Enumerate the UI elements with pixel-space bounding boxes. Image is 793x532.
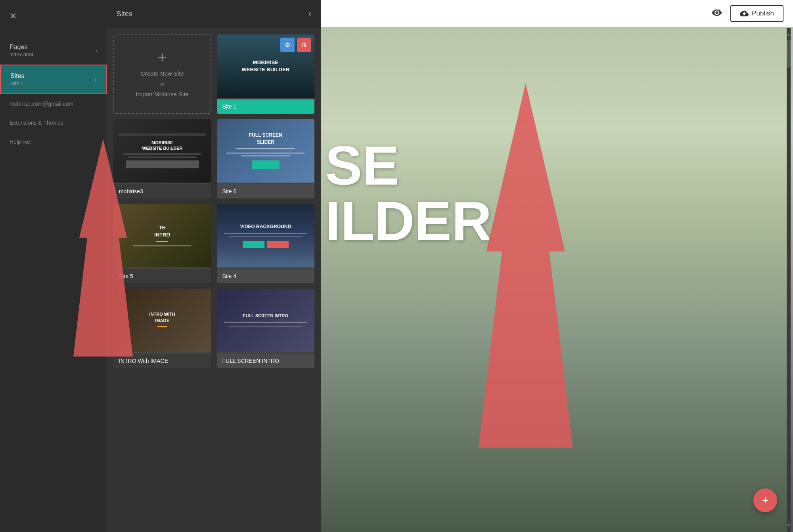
site6-thumb-text: FULL SCREEN SLIDER <box>249 132 282 146</box>
sidebar-item-email[interactable]: mobirise.com@gmail.com <box>0 94 107 113</box>
email-label: mobirise.com@gmail.com <box>10 101 73 107</box>
site6-thumbnail: FULL SCREEN SLIDER <box>217 119 315 184</box>
sites-label: Sites <box>10 72 25 80</box>
nav-item-content: Pages index.html <box>10 44 33 57</box>
mobirise3-thumbnail: MOBIRISEWEBSITE BUILDER <box>113 119 211 184</box>
mobirise3-footer: mobirise3 <box>113 184 211 198</box>
extensions-label: Extensions & Themes <box>10 120 63 126</box>
site-card-mobirise3[interactable]: MOBIRISEWEBSITE BUILDER mobirise3 <box>113 119 211 198</box>
sidebar-item-sites[interactable]: Sites Site 1 › <box>0 65 107 94</box>
pages-sub: index.html <box>10 51 33 57</box>
create-new-label: Create New Site or Import Mobirise Site <box>136 69 189 99</box>
publish-button[interactable]: Publish <box>730 5 783 22</box>
preview-button[interactable] <box>711 7 722 20</box>
fab-plus-icon: + <box>762 494 769 507</box>
site1-settings-button[interactable]: ⚙ <box>280 38 295 52</box>
chevron-right-icon: › <box>95 48 97 54</box>
sidebar: ✕ Pages index.html › Sites Site 1 › mobi… <box>0 0 107 532</box>
site5-thumbnail: TH INTRO <box>113 204 211 269</box>
site1-delete-button[interactable]: 🗑 <box>297 38 311 52</box>
sites-sub: Site 1 <box>10 80 25 86</box>
sites-panel-close-button[interactable]: ‹ <box>308 9 311 19</box>
fab-add-button[interactable]: + <box>753 488 777 512</box>
sidebar-item-help[interactable]: Help me! <box>0 132 107 151</box>
publish-label: Publish <box>752 10 774 17</box>
site4-thumbnail: VIDEO BACKGROUND <box>217 204 315 269</box>
arrow-annotation-overlay <box>321 27 793 532</box>
bg-text-ilder: ILDER <box>325 193 492 249</box>
site6-footer: Site 6 <box>217 184 315 198</box>
fullscreen-intro-thumbnail: FULL SCREEN INTRO <box>217 289 315 354</box>
fullscreen-intro-footer: FULL SCREEN INTRO <box>217 354 315 368</box>
plus-icon: + <box>158 50 167 65</box>
create-new-site-card[interactable]: + Create New Site or Import Mobirise Sit… <box>113 34 211 114</box>
site1-footer: Site 1 <box>217 99 315 114</box>
site4-thumb-text: VIDEO BACKGROUND <box>240 223 291 230</box>
site1-actions: ⚙ 🗑 <box>280 38 311 52</box>
intro-image-thumb-text: INTRO WITH IMAGE <box>149 311 175 324</box>
site-card-fullscreen-intro[interactable]: FULL SCREEN INTRO FULL SCREEN INTRO <box>217 289 315 368</box>
background-scene: SE ILDER <box>321 27 793 532</box>
intro-image-footer: INTRO With IMAGE <box>113 354 211 368</box>
site5-footer: Site 5 <box>113 269 211 283</box>
intro-image-thumbnail: INTRO WITH IMAGE <box>113 289 211 354</box>
sidebar-close-button[interactable]: ✕ <box>10 11 17 21</box>
fullscreen-intro-thumb-text: FULL SCREEN INTRO <box>243 313 288 319</box>
sidebar-item-extensions[interactable]: Extensions & Themes <box>0 113 107 132</box>
pages-label: Pages <box>10 44 33 51</box>
site1-thumb-text: MOBIRISE WEBSITE BUILDER <box>241 59 289 73</box>
arrow-annotation-2 <box>321 27 793 532</box>
site5-thumb-text: TH INTRO <box>154 224 170 238</box>
cloud-upload-icon <box>740 9 749 18</box>
site-card-site6[interactable]: FULL SCREEN SLIDER Site 6 <box>217 119 315 198</box>
help-label: Help me! <box>10 139 32 145</box>
sites-panel-title: Sites <box>117 10 132 18</box>
site1-thumbnail: ⚙ 🗑 MOBIRISE WEBSITE BUILDER <box>217 34 315 99</box>
bg-text-se: SE <box>325 138 399 193</box>
site-card-site4[interactable]: VIDEO BACKGROUND Site 4 <box>217 204 315 283</box>
site-card-site1[interactable]: ⚙ 🗑 MOBIRISE WEBSITE BUILDER Site 1 <box>217 34 315 114</box>
sites-panel-header: Sites ‹ <box>107 0 321 28</box>
eye-icon <box>711 7 722 18</box>
close-icon: ✕ <box>10 11 17 21</box>
main-header: Publish <box>321 0 793 27</box>
sidebar-nav: Pages index.html › Sites Site 1 › mobiri… <box>0 32 107 532</box>
sidebar-header: ✕ <box>0 0 107 32</box>
chevron-right-icon: › <box>94 76 96 83</box>
sites-grid: + Create New Site or Import Mobirise Sit… <box>107 28 321 532</box>
site-card-site5[interactable]: TH INTRO Site 5 <box>113 204 211 283</box>
site4-footer: Site 4 <box>217 269 315 283</box>
svg-marker-1 <box>479 83 573 448</box>
nav-item-content: Sites Site 1 <box>10 72 25 86</box>
main-content: Publish SE ILDER + <box>321 0 793 532</box>
site-card-intro-image[interactable]: INTRO WITH IMAGE INTRO With IMAGE <box>113 289 211 368</box>
sites-panel: Sites ‹ ▲ ▼ + Create New Site or Import … <box>107 0 321 532</box>
sidebar-item-pages[interactable]: Pages index.html › <box>0 36 107 65</box>
